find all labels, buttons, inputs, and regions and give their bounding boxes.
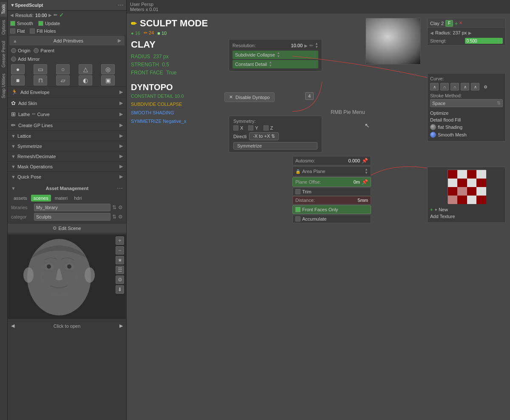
thumb-settings-button[interactable]: ⚙ (116, 275, 124, 284)
shape-sphere[interactable]: ● (11, 64, 25, 74)
res-right-arrow[interactable]: ▶ (48, 13, 52, 17)
smooth-checkbox[interactable]: Smooth (10, 21, 33, 26)
pencil-icon[interactable]: ✏ (54, 12, 57, 18)
add-primitives-button[interactable]: ▲ Add Primitives ▶ (9, 36, 125, 45)
sym-z-axis[interactable]: Z (264, 125, 273, 131)
tab-scenes[interactable]: scenes (31, 195, 51, 201)
curve-shape-3[interactable]: ∩ (450, 83, 459, 91)
curve-label[interactable]: Curve (37, 112, 50, 117)
front-faces-checkbox[interactable] (295, 207, 300, 212)
lathe-label[interactable]: Lathe (18, 112, 30, 117)
tab-grease-pencil[interactable]: Grease Pencil (0, 38, 7, 70)
res-panel-edit-icon[interactable]: ✏ (309, 43, 313, 48)
cursor-arrow: ↖ (365, 122, 370, 129)
optimize-label: Optimize (430, 111, 448, 116)
constant-bar-arrows[interactable]: ▲ ▼ (269, 61, 272, 68)
res-left-arrow[interactable]: ◀ (10, 13, 14, 17)
flat-shading-item[interactable]: flat Shading (430, 123, 503, 131)
click-to-open-bar[interactable]: ◀ Click to open ▶ (8, 321, 126, 330)
thumb-export-button[interactable]: ⬇ (116, 285, 124, 294)
plane-offset-pin-icon[interactable]: 📌 (362, 179, 368, 185)
sym-y-axis[interactable]: Y (248, 125, 258, 131)
clay-strength-bar[interactable]: 0.500 (465, 38, 503, 44)
sidebar-menu-dots[interactable]: ⋯ (118, 2, 124, 9)
curve-settings-icon[interactable]: ⚙ (481, 83, 490, 91)
curve-shape-4[interactable]: ∧ (461, 83, 469, 91)
asset-management-header: ▼ Asset Management ⋯ (11, 183, 123, 193)
origin-radio[interactable]: Origin (11, 48, 30, 53)
update-checkbox[interactable]: Update (38, 21, 60, 26)
symmetrize-button[interactable]: Symmetrize (233, 142, 317, 150)
library-arrows-icon[interactable]: ⇅ (112, 204, 116, 210)
asset-dots-icon[interactable]: ⋯ (117, 185, 123, 192)
detail-flood-item[interactable]: Detail flood Fill (430, 116, 503, 123)
tab-materials[interactable]: materi (52, 195, 71, 201)
subdivide-bar-arrows[interactable]: ▲ ▼ (277, 51, 280, 58)
thumb-list-button[interactable]: ☰ (116, 266, 124, 274)
symmetry-axes: X Y Z (233, 125, 317, 131)
flat-checkbox[interactable]: Flat (10, 28, 25, 34)
lattice-item[interactable]: ▼ Lattice ▶ (8, 131, 126, 141)
library-settings-icon[interactable]: ⚙ (118, 204, 123, 210)
res-panel-updown[interactable]: ▲ ▼ (315, 42, 318, 49)
tab-tools[interactable]: Tools (0, 2, 7, 17)
front-face-stat: FRONT FACE True (131, 69, 208, 77)
new-texture-button[interactable]: + + New (430, 206, 503, 213)
autosmo-pin-icon[interactable]: 📌 (362, 158, 368, 164)
sym-x-axis[interactable]: X (233, 125, 243, 131)
add-envelope-item[interactable]: 🏃 Add Envelope ▶ (8, 86, 126, 97)
tab-assets[interactable]: assets (11, 195, 30, 201)
fill-holes-checkbox[interactable]: Fill Holes (30, 28, 56, 34)
shape-cone[interactable]: △ (79, 64, 92, 74)
thumb-minus-button[interactable]: − (116, 246, 124, 255)
shape-custom1[interactable]: ◐ (79, 75, 92, 85)
svg-rect-11 (476, 170, 486, 179)
disable-dyntopo-button[interactable]: ✕ Disable Dyntopo (224, 92, 275, 102)
click-left-arrow-icon[interactable]: ◀ (11, 323, 14, 329)
shape-torus[interactable]: ○ (56, 64, 70, 74)
clay-plus-button[interactable]: + (454, 20, 458, 27)
clay-f-button[interactable]: F (445, 20, 453, 27)
trim-checkbox[interactable] (295, 189, 300, 194)
add-mirror-radio[interactable]: Add Mirror (11, 57, 40, 62)
add-texture-button[interactable]: Add Texture (430, 213, 503, 220)
category-arrows-icon[interactable]: ⇅ (112, 214, 116, 220)
create-gp-item[interactable]: ✏ Create GP Lines ▶ (8, 119, 126, 131)
area-plane-arrows[interactable]: ▲ ▼ (365, 168, 368, 175)
clay-radius-arrow2-icon[interactable]: ▶ (468, 31, 472, 35)
shape-cube[interactable]: ■ (11, 75, 25, 85)
disable-x-icon: ✕ (229, 94, 233, 100)
optimize-item[interactable]: Optimize (430, 110, 503, 116)
tab-hdri[interactable]: hdri (71, 195, 84, 201)
quick-pose-item[interactable]: ▼ Quick Pose ▶ (8, 171, 126, 182)
shape-capsule[interactable]: ⊓ (34, 75, 47, 85)
shape-custom2[interactable]: ▣ (101, 75, 115, 85)
direction-value-btn[interactable]: -X to +X ⇅ (249, 132, 279, 140)
curve-shape-5[interactable]: ∧ (471, 83, 479, 91)
add-skin-item[interactable]: ✿ Add Skin ▶ (8, 97, 126, 108)
edit-scene-button[interactable]: ⊙ Edit Scene (8, 223, 126, 233)
click-right-arrow-icon[interactable]: ▶ (119, 323, 123, 329)
clay-radius-arrow-icon[interactable]: ◀ (430, 31, 434, 35)
tab-snap-utilities[interactable]: Snap Utilities (0, 71, 7, 101)
curve-shape-2[interactable]: ∩ (440, 83, 449, 91)
check-icon[interactable]: ✓ (59, 12, 64, 18)
smooth-mesh-item[interactable]: Smooth Mesh (430, 131, 503, 139)
category-select[interactable]: Sculpts (34, 213, 110, 221)
thumb-star-button[interactable]: ★ (116, 256, 124, 264)
tab-options[interactable]: Options (0, 17, 7, 37)
stroke-method-select[interactable]: Space ⇅ (430, 99, 503, 107)
thumb-plus-button[interactable]: + (116, 236, 124, 245)
shape-plane[interactable]: ▱ (56, 75, 70, 85)
remesh-item[interactable]: ▼ Remesh/Decimate ▶ (8, 151, 126, 161)
mask-ops-item[interactable]: ▼ Mask Operations ▶ (8, 161, 126, 171)
shape-ring[interactable]: ◎ (101, 64, 115, 74)
category-settings-icon[interactable]: ⚙ (118, 214, 123, 220)
clay-close-button[interactable]: × (459, 20, 462, 27)
symmetrize-item[interactable]: ▼ Symmetrize ▶ (8, 141, 126, 151)
library-select[interactable]: My_library (34, 204, 110, 211)
shape-cylinder[interactable]: ▭ (34, 64, 47, 74)
parent-radio[interactable]: Parent (34, 48, 54, 53)
curve-shape-1[interactable]: ∧ (430, 83, 439, 91)
accumulate-checkbox[interactable] (295, 216, 300, 221)
